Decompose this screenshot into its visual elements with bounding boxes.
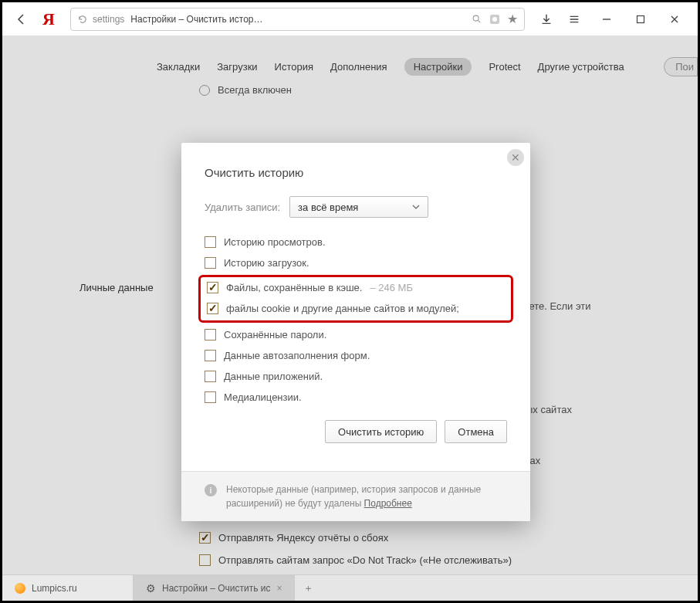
label-media-licenses: Медиалицензии.	[224, 391, 302, 403]
tab-strip: Lumpics.ru ⚙ Настройки – Очистить ис × ＋	[2, 574, 698, 601]
item-autofill[interactable]: Данные автозаполнения форм.	[205, 350, 507, 361]
address-bar[interactable]: settings Настройки – Очистить истор… ★	[70, 8, 525, 31]
browser-window: Я settings Настройки – Очистить истор… ★	[2, 2, 698, 601]
checkbox-autofill[interactable]	[205, 350, 216, 361]
label-cached-files: Файлы, сохранённые в кэше.	[226, 282, 362, 293]
browser-toolbar: Я settings Настройки – Очистить истор… ★	[2, 2, 698, 36]
url-title: Настройки – Очистить истор…	[130, 14, 262, 25]
page-content: Закладки Загрузки История Дополнения Нас…	[2, 36, 698, 574]
label-autofill: Данные автозаполнения форм.	[224, 350, 370, 361]
checkbox-media-licenses[interactable]	[205, 391, 216, 403]
item-browsing-history[interactable]: Историю просмотров.	[205, 236, 507, 248]
search-icon[interactable]	[472, 14, 482, 25]
tab-settings[interactable]: ⚙ Настройки – Очистить ис ×	[134, 575, 295, 601]
minimize-button[interactable]	[590, 8, 624, 30]
maximize-button[interactable]	[624, 8, 658, 30]
svg-rect-3	[637, 15, 644, 22]
item-cookies[interactable]: файлы cookie и другие данные сайтов и мо…	[207, 303, 505, 314]
window-controls	[590, 8, 692, 30]
item-app-data[interactable]: Данные приложений.	[205, 371, 507, 382]
favicon-lumpics-icon	[15, 583, 25, 594]
checkbox-cookies[interactable]	[207, 303, 218, 314]
reload-icon	[77, 14, 88, 25]
url-prefix: settings	[93, 14, 124, 25]
annotation-highlight: Файлы, сохранённые в кэше. – 246 МБ файл…	[198, 275, 513, 323]
yandex-logo-icon[interactable]: Я	[36, 7, 61, 32]
svg-point-0	[473, 15, 479, 21]
chevron-down-icon	[412, 205, 420, 209]
cancel-button[interactable]: Отмена	[445, 420, 507, 443]
close-window-button[interactable]	[658, 8, 692, 30]
label-cookies: файлы cookie и другие данные сайтов и мо…	[226, 303, 459, 314]
clear-history-label: Очистить историю	[338, 426, 424, 438]
dialog-close-button[interactable]: ✕	[507, 149, 524, 166]
tab-lumpics[interactable]: Lumpics.ru	[2, 575, 134, 601]
svg-point-2	[492, 17, 497, 22]
cancel-label: Отмена	[458, 426, 494, 438]
checkbox-cached-files[interactable]	[207, 282, 218, 293]
dialog-title: Очистить историю	[205, 166, 507, 179]
favicon-gear-icon: ⚙	[146, 582, 156, 595]
dialog-buttons: Очистить историю Отмена	[205, 420, 507, 443]
downloads-button[interactable]	[534, 7, 559, 32]
item-saved-passwords[interactable]: Сохранённые пароли.	[205, 329, 507, 340]
item-download-history[interactable]: Историю загрузок.	[205, 257, 507, 269]
dialog-footer: i Некоторые данные (например, история за…	[181, 471, 530, 521]
clear-history-dialog: ✕ Очистить историю Удалить записи: за вс…	[181, 143, 530, 521]
tab-close-icon[interactable]: ×	[276, 583, 282, 594]
time-range-label: Удалить записи:	[205, 202, 280, 213]
checkbox-app-data[interactable]	[205, 371, 216, 382]
time-range-row: Удалить записи: за всё время	[205, 196, 507, 218]
clear-history-button[interactable]: Очистить историю	[325, 420, 437, 443]
checkbox-saved-passwords[interactable]	[205, 329, 216, 340]
time-range-value: за всё время	[298, 202, 358, 213]
menu-button[interactable]	[562, 7, 587, 32]
tab-settings-label: Настройки – Очистить ис	[162, 583, 270, 594]
new-tab-button[interactable]: ＋	[295, 575, 321, 601]
back-button[interactable]	[8, 7, 33, 32]
item-cached-files[interactable]: Файлы, сохранённые в кэше. – 246 МБ	[207, 282, 505, 293]
bookmark-star-icon[interactable]: ★	[507, 12, 518, 26]
checkbox-download-history[interactable]	[205, 257, 216, 269]
label-saved-passwords: Сохранённые пароли.	[224, 329, 326, 340]
label-browsing-history: Историю просмотров.	[224, 236, 326, 248]
shield-icon[interactable]	[487, 13, 502, 25]
time-range-select[interactable]: за всё время	[289, 196, 428, 218]
checkbox-browsing-history[interactable]	[205, 236, 216, 248]
cached-files-size: – 246 МБ	[370, 282, 413, 293]
info-icon: i	[205, 484, 217, 496]
label-app-data: Данные приложений.	[224, 371, 323, 382]
footer-more-link[interactable]: Подробнее	[364, 498, 412, 509]
tab-lumpics-label: Lumpics.ru	[32, 583, 77, 594]
label-download-history: Историю загрузок.	[224, 257, 309, 269]
item-media-licenses[interactable]: Медиалицензии.	[205, 391, 507, 403]
footer-text: Некоторые данные (например, история запр…	[226, 484, 481, 509]
clear-items-list: Историю просмотров. Историю загрузок. Фа…	[205, 236, 507, 403]
